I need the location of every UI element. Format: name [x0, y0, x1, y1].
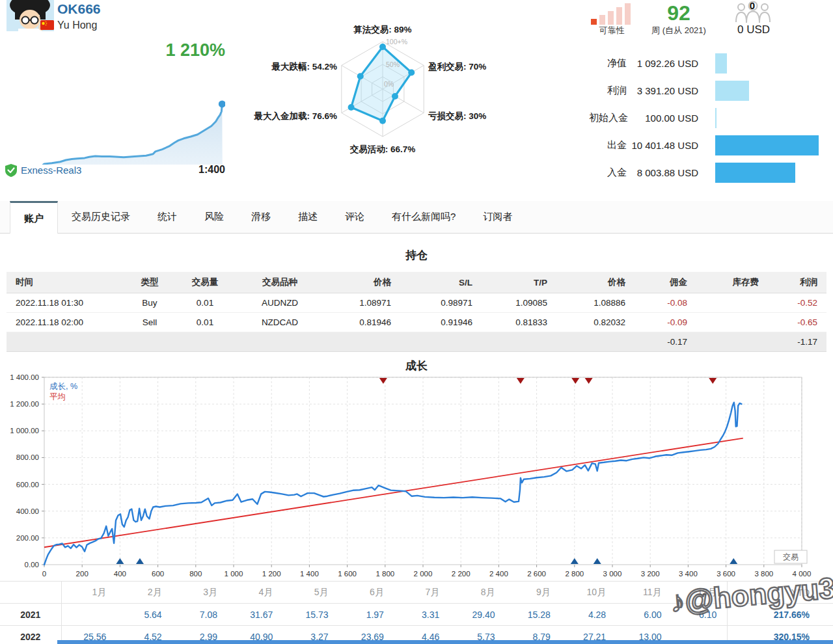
stat-value: 8 003.88 USD — [627, 167, 698, 178]
svg-text:0.00: 0.00 — [25, 561, 39, 569]
stat-label: 利润 — [589, 85, 627, 97]
month-header: 7月 — [394, 582, 450, 604]
tab-1[interactable]: 账户 — [10, 201, 58, 234]
svg-text:3 200: 3 200 — [641, 570, 660, 578]
tab-6[interactable]: 描述 — [284, 201, 331, 233]
month-header: 6月 — [339, 582, 394, 604]
month-header: 3月 — [172, 582, 228, 604]
position-row: 2022.11.18 01:30Buy0.01AUDNZD1.089710.98… — [7, 293, 826, 313]
svg-text:100+%: 100+% — [386, 38, 407, 46]
column-header: 利润 — [768, 272, 826, 293]
ytd-header: YTD — [728, 582, 833, 604]
radar-axis-label: 盈利交易: 70% — [428, 62, 486, 72]
svg-text:2 600: 2 600 — [527, 570, 546, 578]
positions-title: 持仓 — [0, 248, 833, 263]
month-header: 9月 — [506, 582, 561, 604]
month-header: 1月 — [61, 582, 116, 604]
tab-3[interactable]: 统计 — [144, 201, 191, 233]
stat-row: 利润3 391.20 USD — [589, 77, 831, 104]
stat-row: 净值1 092.26 USD — [589, 49, 831, 77]
stat-bar — [715, 108, 717, 128]
column-header: 交易品种 — [234, 272, 325, 293]
month-header: 8月 — [450, 582, 505, 604]
svg-text:800.00: 800.00 — [16, 453, 39, 461]
stat-value: 10 401.48 USD — [627, 140, 698, 151]
stat-row: 入金8 003.88 USD — [589, 159, 831, 186]
svg-text:1 400: 1 400 — [300, 570, 319, 578]
signal-name[interactable]: OK666 — [57, 1, 101, 17]
svg-text:2 800: 2 800 — [565, 570, 584, 578]
svg-text:800: 800 — [189, 570, 202, 578]
svg-text:2 400: 2 400 — [489, 570, 508, 578]
broker-server-link[interactable]: Exness-Real3 — [21, 165, 81, 176]
svg-text:600.00: 600.00 — [16, 481, 39, 489]
growth-chart: 0.00200.00400.00600.00800.001 000.001 20… — [0, 375, 833, 587]
author-name: Yu Hong — [57, 20, 97, 31]
column-header: 交易量 — [176, 272, 234, 293]
positions-total-row: -0.17-1.17 — [7, 332, 826, 352]
signal-radar-chart: 算法交易: 89%盈利交易: 70%亏损交易: 30%交易活动: 66.7%最大… — [254, 18, 501, 172]
svg-text:400: 400 — [114, 570, 126, 578]
column-header: 价格 — [556, 272, 635, 293]
positions-table: 时间类型交易量交易品种价格S/LT/P价格佣金库存费利润2022.11.18 0… — [7, 272, 826, 352]
svg-text:2 000: 2 000 — [414, 570, 433, 578]
month-header: 2月 — [116, 582, 172, 604]
stat-row: 出金10 401.48 USD — [589, 131, 831, 159]
growth-title: 成长 — [0, 358, 833, 373]
svg-text:50%: 50% — [386, 60, 400, 68]
svg-text:1 600: 1 600 — [338, 570, 357, 578]
stat-value: 100.00 USD — [627, 113, 698, 124]
svg-text:3 400: 3 400 — [679, 570, 698, 578]
stat-value: 3 391.20 USD — [627, 85, 698, 96]
column-header: 库存费 — [696, 272, 768, 293]
account-stats: 净值1 092.26 USD利润3 391.20 USD初始入金100.00 U… — [589, 49, 831, 186]
svg-text:1 200.00: 1 200.00 — [10, 400, 39, 408]
tab-9[interactable]: 订阅者 — [469, 201, 526, 233]
stat-bar — [715, 81, 749, 101]
stat-row: 初始入金100.00 USD — [589, 104, 831, 131]
subscribers-count: 0 — [746, 0, 759, 11]
tab-8[interactable]: 有什么新闻吗? — [378, 201, 469, 233]
tab-4[interactable]: 风险 — [191, 201, 238, 233]
stat-label: 初始入金 — [589, 112, 627, 124]
verified-shield-icon — [5, 164, 17, 180]
svg-text:4 000: 4 000 — [793, 570, 812, 578]
svg-text:1 800: 1 800 — [376, 570, 394, 578]
svg-text:0: 0 — [42, 570, 46, 578]
position-row: 2022.11.18 02:00Sell0.01NZDCAD0.819460.9… — [7, 313, 826, 332]
svg-text:成长, %: 成长, % — [49, 382, 77, 391]
month-header: 5月 — [283, 582, 338, 604]
svg-text:600: 600 — [152, 570, 164, 578]
svg-text:3 000: 3 000 — [603, 570, 622, 578]
tab-7[interactable]: 评论 — [331, 201, 378, 233]
radar-axis-label: 交易活动: 66.7% — [349, 144, 416, 154]
stat-value: 1 092.26 USD — [627, 58, 698, 69]
bottom-strip — [57, 640, 833, 644]
stat-label: 净值 — [589, 57, 627, 70]
china-flag-icon — [40, 20, 54, 30]
tab-bar: 账户交易历史记录统计风险滑移描述评论有什么新闻吗?订阅者 — [0, 201, 833, 234]
radar-axis-label: 算法交易: 89% — [353, 25, 411, 34]
weeks-count: 92 — [648, 1, 710, 25]
month-header: 10月 — [561, 582, 616, 604]
radar-axis-label: 最大入金加载: 76.6% — [254, 111, 337, 121]
svg-text:1 000: 1 000 — [225, 570, 243, 578]
column-header: S/L — [400, 272, 482, 293]
radar-axis-label: 最大跌幅: 54.2% — [271, 62, 337, 72]
growth-sparkline — [5, 38, 225, 165]
monthly-returns-table: 1月2月3月4月5月6月7月8月9月10月11月12月YTD20215.647.… — [0, 581, 833, 644]
stat-label: 出金 — [589, 139, 627, 152]
stat-bar — [715, 135, 819, 155]
svg-text:3 600: 3 600 — [717, 570, 735, 578]
tab-2[interactable]: 交易历史记录 — [58, 201, 144, 233]
column-header: T/P — [482, 272, 556, 293]
tab-5[interactable]: 滑移 — [238, 201, 284, 233]
stat-bar — [715, 163, 795, 183]
stat-bar — [715, 53, 727, 74]
svg-text:200: 200 — [76, 570, 89, 578]
column-header: 时间 — [7, 272, 124, 293]
column-header: 价格 — [325, 272, 400, 293]
leverage-value: 1:400 — [198, 164, 225, 176]
column-header: 类型 — [124, 272, 176, 293]
svg-text:200.00: 200.00 — [16, 534, 39, 542]
